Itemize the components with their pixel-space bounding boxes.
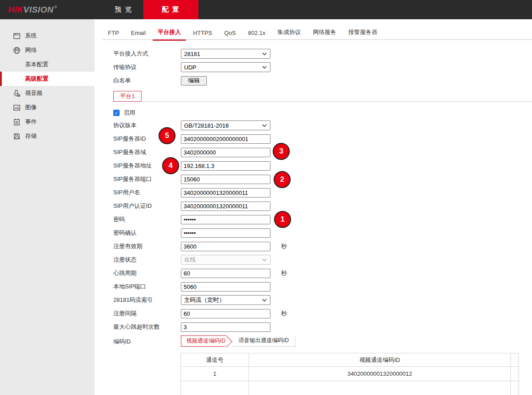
form-group-top: 平台接入方式28181传输协议UDP白名单编辑 bbox=[113, 47, 532, 87]
field-row-stream-index-28181: 28181码流索引主码流（定时） bbox=[113, 293, 532, 307]
local-sip-port-label: 本地SIP端口 bbox=[113, 283, 181, 291]
sidebar-item-存储[interactable]: 存储 bbox=[0, 129, 94, 143]
annotation-circle-3: 3 bbox=[273, 143, 290, 160]
field-row-register-interval: 注册间隔秒 bbox=[113, 307, 532, 320]
encode-id-label: 编码ID bbox=[113, 335, 181, 346]
password-confirm-input[interactable] bbox=[181, 228, 270, 238]
sidebar-item-label: 系统 bbox=[25, 32, 37, 40]
audio-video-icon bbox=[13, 89, 21, 97]
transport-protocol-value: UDP bbox=[184, 64, 196, 71]
encode-id-cell: 34020000001320000012 bbox=[249, 367, 511, 381]
protocol-version-value: GB/T28181-2016 bbox=[184, 122, 229, 129]
tab-网络服务[interactable]: 网络服务 bbox=[310, 28, 339, 36]
hikvision-config-page: { "topbar": { "logo": { "hik": "HIK", "v… bbox=[0, 0, 532, 395]
sidebar-item-label: 基本配置 bbox=[25, 60, 48, 69]
sidebar-item-系统[interactable]: 系统 bbox=[0, 29, 94, 43]
register-validity-input[interactable] bbox=[181, 242, 270, 251]
heartbeat-period-input[interactable] bbox=[181, 269, 270, 278]
password-label: 密码 bbox=[113, 215, 181, 223]
encode-tab-label: 视频通道编码ID bbox=[186, 338, 226, 344]
logo-vision: VISION bbox=[23, 5, 53, 15]
chevron-down-icon bbox=[262, 258, 267, 262]
sip-user-auth-id-label: SIP用户认证ID bbox=[113, 202, 181, 210]
register-status-select: 在线 bbox=[181, 255, 270, 265]
encode-tab-语音输出通道编码ID[interactable]: 语音输出通道编码ID bbox=[232, 335, 296, 347]
topbar-tab-preview[interactable]: 预 览 bbox=[104, 0, 143, 19]
annotation-circle-5: 5 bbox=[159, 127, 176, 144]
platform-access-mode-value: 28181 bbox=[184, 51, 200, 57]
system-icon bbox=[13, 32, 21, 40]
sip-server-address-input[interactable] bbox=[181, 161, 270, 171]
field-row-sip-username: SIP用户名 bbox=[113, 186, 532, 199]
network-icon bbox=[13, 46, 21, 54]
table-row[interactable] bbox=[181, 381, 519, 395]
event-icon bbox=[13, 118, 21, 126]
field-row-sip-user-auth-id: SIP用户认证ID bbox=[113, 199, 532, 213]
field-row-sip-server-port: SIP服务器端口 bbox=[113, 172, 532, 186]
enable-checkbox[interactable]: ✓ bbox=[113, 110, 120, 116]
tab-集成协议[interactable]: 集成协议 bbox=[275, 28, 304, 36]
platform-tab-rule bbox=[142, 91, 532, 102]
sidebar-item-网络[interactable]: 网络 bbox=[0, 43, 94, 57]
encode-id-tabs: 视频通道编码ID语音输出通道编码ID bbox=[181, 335, 296, 347]
topbar-tab-configuration[interactable]: 配 置 bbox=[143, 0, 198, 19]
register-validity-unit: 秒 bbox=[281, 242, 287, 250]
platform-access-mode-label: 平台接入方式 bbox=[113, 50, 181, 58]
chevron-down-icon bbox=[262, 299, 267, 302]
settings-tab-row: FTPEmail平台接入HTTPSQoS802.1x集成协议网络服务报警服务器 bbox=[94, 19, 532, 40]
chevron-down-icon bbox=[262, 52, 267, 56]
sip-user-auth-id-input[interactable] bbox=[181, 202, 270, 211]
field-row-register-status: 注册状态在线 bbox=[113, 253, 532, 266]
sidebar-item-视音频[interactable]: 视音频 bbox=[0, 86, 94, 100]
sip-server-id-input[interactable] bbox=[181, 134, 270, 144]
register-interval-input[interactable] bbox=[181, 309, 270, 318]
stream-index-28181-label: 28181码流索引 bbox=[113, 296, 181, 304]
sip-server-domain-input[interactable] bbox=[181, 148, 270, 157]
annotation-circle-1: 1 bbox=[274, 211, 291, 228]
spacer-cell bbox=[511, 367, 519, 381]
logo-registered-mark: ® bbox=[54, 5, 57, 9]
tab-QoS[interactable]: QoS bbox=[221, 30, 239, 36]
enable-row: ✓ 启用 bbox=[113, 107, 532, 119]
sidebar-item-图像[interactable]: 图像 bbox=[0, 100, 94, 115]
tab-HTTPS[interactable]: HTTPS bbox=[190, 30, 215, 36]
tab-报警服务器[interactable]: 报警服务器 bbox=[345, 28, 381, 36]
field-row-transport-protocol: 传输协议UDP bbox=[113, 60, 532, 74]
field-row-local-sip-port: 本地SIP端口 bbox=[113, 280, 532, 293]
sidebar-item-基本配置[interactable]: 基本配置 bbox=[0, 57, 94, 72]
sidebar-item-label: 事件 bbox=[25, 118, 37, 126]
transport-protocol-select[interactable]: UDP bbox=[181, 62, 270, 72]
local-sip-port-input[interactable] bbox=[181, 282, 270, 292]
protocol-version-select[interactable]: GB/T28181-2016 bbox=[181, 120, 270, 130]
encode-tab-视频通道编码ID[interactable]: 视频通道编码ID bbox=[181, 335, 227, 347]
platform-access-mode-select[interactable]: 28181 bbox=[181, 49, 270, 59]
max-heartbeat-timeout-input[interactable] bbox=[181, 322, 270, 332]
top-bar: HIKVISION® 预 览配 置 bbox=[0, 0, 532, 19]
heartbeat-period-label: 心跳周期 bbox=[113, 269, 181, 277]
whitelist-button[interactable]: 编辑 bbox=[181, 76, 207, 86]
encode-id-row: 编码ID 视频通道编码ID语音输出通道编码ID bbox=[113, 335, 532, 348]
register-interval-unit: 秒 bbox=[281, 309, 287, 318]
sidebar-item-label: 高级配置 bbox=[25, 75, 48, 83]
field-row-protocol-version: 协议版本GB/T28181-2016 bbox=[113, 119, 532, 132]
table-row[interactable]: 134020000001320000012 bbox=[181, 367, 519, 381]
heartbeat-period-unit: 秒 bbox=[281, 269, 287, 277]
tab-802.1x[interactable]: 802.1x bbox=[245, 30, 269, 36]
table-header-encode-id: 视频通道编码ID bbox=[249, 353, 511, 367]
stream-index-28181-select[interactable]: 主码流（定时） bbox=[181, 295, 270, 305]
table-header-row: 通道号视频通道编码ID bbox=[181, 353, 519, 367]
sidebar-item-高级配置[interactable]: 高级配置 bbox=[0, 72, 94, 86]
sip-username-label: SIP用户名 bbox=[113, 189, 181, 197]
spacer-cell bbox=[511, 381, 519, 395]
sidebar-item-事件[interactable]: 事件 bbox=[0, 115, 94, 129]
field-row-heartbeat-period: 心跳周期秒 bbox=[113, 266, 532, 280]
sidebar: 系统网络基本配置高级配置视音频图像事件存储 bbox=[0, 19, 94, 395]
tab-FTP[interactable]: FTP bbox=[105, 30, 122, 36]
field-row-password-confirm: 密码确认 bbox=[113, 226, 532, 240]
sip-server-port-input[interactable] bbox=[181, 175, 270, 184]
sip-username-input[interactable] bbox=[181, 188, 270, 198]
tab-平台接入[interactable]: 平台接入 bbox=[154, 28, 184, 36]
tab-platform1[interactable]: 平台1 bbox=[113, 91, 142, 102]
tab-Email[interactable]: Email bbox=[128, 30, 149, 36]
password-input[interactable] bbox=[181, 215, 270, 224]
